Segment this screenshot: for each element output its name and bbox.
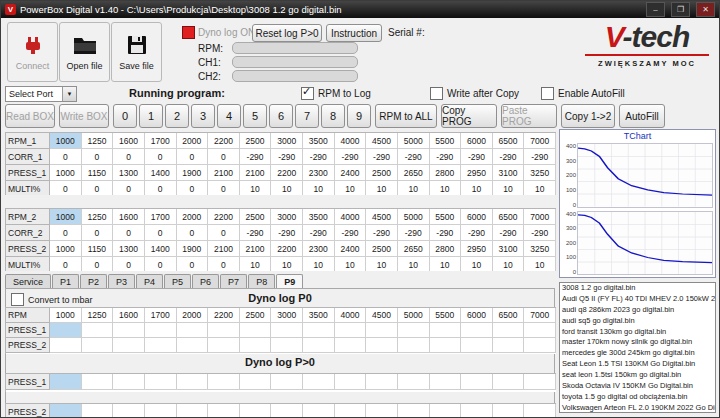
table-cell[interactable]: 1300	[113, 165, 145, 181]
table-cell[interactable]	[271, 338, 303, 353]
minimize-button[interactable]: –	[646, 2, 665, 17]
table-cell[interactable]: 7000	[524, 133, 556, 149]
table-cell[interactable]: 1000	[50, 308, 82, 323]
table-cell[interactable]: 0	[113, 257, 145, 271]
save-file-button[interactable]: Save file	[111, 22, 162, 82]
file-list-item[interactable]: Skoda Octavia IV 150KM Go Digital.bin	[560, 381, 715, 392]
table-cell[interactable]: 1250	[82, 133, 114, 149]
table-cell[interactable]: 0	[208, 181, 240, 195]
tab-p3[interactable]: P3	[108, 274, 135, 289]
instruction-button[interactable]: Instruction	[326, 24, 382, 42]
table-cell[interactable]: 0	[113, 225, 145, 241]
table-cell[interactable]: 2300	[303, 241, 335, 257]
table-cell[interactable]: 2000	[177, 308, 209, 323]
table-cell[interactable]: 10	[303, 181, 335, 195]
table-cell[interactable]: 2950	[461, 241, 493, 257]
table-cell[interactable]	[145, 338, 177, 353]
table-cell[interactable]: 10	[398, 257, 430, 271]
file-list-item[interactable]: 3008 1.2 go digital.bin	[560, 283, 715, 294]
table-cell[interactable]: 10	[461, 257, 493, 271]
table-cell[interactable]: 1900	[177, 165, 209, 181]
table-cell[interactable]	[524, 404, 556, 418]
table-cell[interactable]	[430, 323, 462, 338]
table-cell[interactable]: 1000	[50, 209, 82, 225]
table-cell[interactable]	[366, 338, 398, 353]
table-cell[interactable]: 5000	[398, 209, 430, 225]
select-port-dropdown[interactable]: Select Port ▼	[5, 86, 77, 102]
table-cell[interactable]	[335, 323, 367, 338]
table-cell[interactable]	[113, 374, 145, 390]
table-cell[interactable]: 2300	[303, 165, 335, 181]
table-cell[interactable]	[430, 404, 462, 418]
table-cell[interactable]: 4000	[335, 133, 367, 149]
table-cell[interactable]: 10	[335, 181, 367, 195]
paste-prog-button[interactable]: Paste PROG	[501, 104, 557, 128]
table-cell[interactable]	[335, 338, 367, 353]
table-cell[interactable]: 2500	[366, 241, 398, 257]
table-cell[interactable]: 2500	[366, 165, 398, 181]
reset-log-button[interactable]: Reset log P>0	[252, 24, 322, 42]
table-cell[interactable]: 3000	[271, 133, 303, 149]
table-cell[interactable]: 6500	[493, 308, 525, 323]
tab-p2[interactable]: P2	[80, 274, 107, 289]
table-cell[interactable]: -290	[430, 225, 462, 241]
tab-p5[interactable]: P5	[164, 274, 191, 289]
table-cell[interactable]	[240, 323, 272, 338]
table-cell[interactable]: 10	[398, 181, 430, 195]
table-cell[interactable]: -290	[398, 149, 430, 165]
table-cell[interactable]: 4500	[366, 133, 398, 149]
table-cell[interactable]: 7000	[524, 308, 556, 323]
copy-prog-button[interactable]: Copy PROG	[441, 104, 497, 128]
program-button-9[interactable]: 9	[347, 104, 371, 128]
table-cell[interactable]	[113, 323, 145, 338]
table-cell[interactable]	[398, 374, 430, 390]
table-cell[interactable]: 1700	[145, 209, 177, 225]
table-cell[interactable]: 5000	[398, 308, 430, 323]
tab-p1[interactable]: P1	[52, 274, 79, 289]
maximize-button[interactable]: ❐	[671, 2, 690, 17]
file-list-item[interactable]: Audi Q5 II (FY FL) 40 TDI MHEV 2.0 150kW…	[560, 294, 715, 305]
table-cell[interactable]	[303, 374, 335, 390]
table-cell[interactable]: 0	[82, 149, 114, 165]
table-cell[interactable]: 1700	[145, 133, 177, 149]
table-cell[interactable]: 3500	[303, 308, 335, 323]
table-cell[interactable]: 5500	[430, 133, 462, 149]
table-cell[interactable]: 2650	[398, 165, 430, 181]
program-button-2[interactable]: 2	[165, 104, 189, 128]
table-cell[interactable]	[398, 323, 430, 338]
table-cell[interactable]: 0	[50, 181, 82, 195]
table-cell[interactable]: 2100	[208, 165, 240, 181]
table-cell[interactable]: 1700	[145, 308, 177, 323]
table-cell[interactable]: -290	[303, 225, 335, 241]
table-cell[interactable]: 5000	[398, 133, 430, 149]
table-cell[interactable]: 0	[177, 149, 209, 165]
table-cell[interactable]: 10	[461, 181, 493, 195]
file-list-item[interactable]: seat leon 1.5tsi 150km go digital.bin	[560, 370, 715, 381]
program-button-1[interactable]: 1	[139, 104, 163, 128]
table-cell[interactable]	[366, 404, 398, 418]
table-cell[interactable]: 10	[524, 257, 556, 271]
table-cell[interactable]	[430, 338, 462, 353]
program-button-6[interactable]: 6	[269, 104, 293, 128]
table-cell[interactable]: 10	[271, 257, 303, 271]
table-cell[interactable]: -290	[335, 225, 367, 241]
table-cell[interactable]: 1600	[113, 133, 145, 149]
table-cell[interactable]: 2650	[398, 241, 430, 257]
table-cell[interactable]	[461, 404, 493, 418]
table-cell[interactable]: 10	[493, 257, 525, 271]
tab-p4[interactable]: P4	[136, 274, 163, 289]
table-cell[interactable]: 2800	[430, 241, 462, 257]
close-button[interactable]: ✕	[696, 2, 715, 17]
table-cell[interactable]: 3250	[524, 241, 556, 257]
table-cell[interactable]: -290	[461, 225, 493, 241]
table-cell[interactable]: 6500	[493, 209, 525, 225]
table-cell[interactable]	[493, 374, 525, 390]
table-cell[interactable]: 2500	[240, 308, 272, 323]
table-cell[interactable]	[82, 404, 114, 418]
table-cell[interactable]	[493, 338, 525, 353]
table-cell[interactable]	[50, 404, 82, 418]
table-cell[interactable]: 10	[366, 257, 398, 271]
table-cell[interactable]: 3250	[524, 165, 556, 181]
table-cell[interactable]	[240, 338, 272, 353]
table-cell[interactable]: -290	[366, 149, 398, 165]
